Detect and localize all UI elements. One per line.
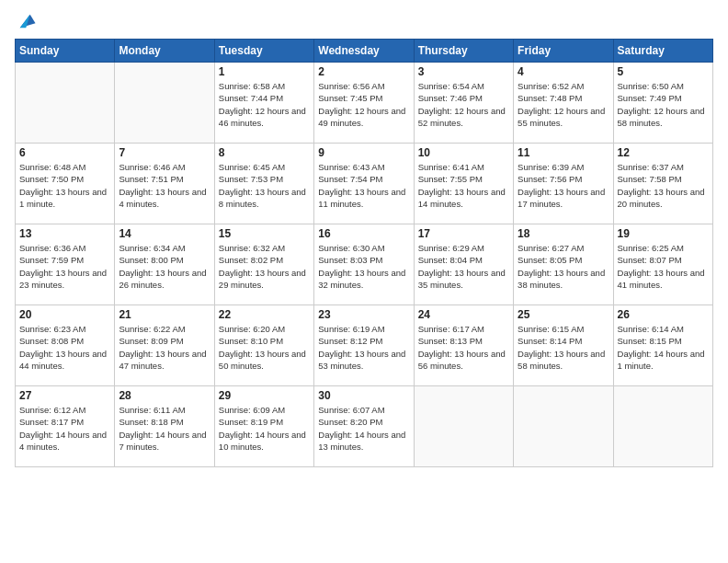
calendar-day-cell: 13Sunrise: 6:36 AM Sunset: 7:59 PM Dayli… — [16, 224, 115, 305]
calendar-week-row: 6Sunrise: 6:48 AM Sunset: 7:50 PM Daylig… — [16, 144, 713, 224]
day-number: 23 — [318, 308, 409, 321]
calendar-day-cell: 30Sunrise: 6:07 AM Sunset: 8:20 PM Dayli… — [314, 386, 414, 467]
day-number: 24 — [418, 308, 509, 321]
calendar-week-row: 20Sunrise: 6:23 AM Sunset: 8:08 PM Dayli… — [16, 305, 713, 386]
day-info: Sunrise: 6:30 AM Sunset: 8:03 PM Dayligh… — [318, 242, 409, 291]
day-info: Sunrise: 6:15 AM Sunset: 8:14 PM Dayligh… — [518, 323, 609, 372]
day-info: Sunrise: 6:19 AM Sunset: 8:12 PM Dayligh… — [318, 323, 409, 372]
weekday-header: Thursday — [414, 40, 513, 63]
calendar-day-cell: 17Sunrise: 6:29 AM Sunset: 8:04 PM Dayli… — [414, 224, 513, 305]
weekday-header: Monday — [115, 40, 214, 63]
day-number: 9 — [318, 146, 409, 159]
calendar-day-cell — [613, 386, 712, 467]
day-number: 10 — [418, 146, 509, 159]
calendar-day-cell: 11Sunrise: 6:39 AM Sunset: 7:56 PM Dayli… — [514, 144, 613, 224]
calendar-day-cell: 24Sunrise: 6:17 AM Sunset: 8:13 PM Dayli… — [414, 305, 513, 386]
calendar-day-cell: 29Sunrise: 6:09 AM Sunset: 8:19 PM Dayli… — [214, 386, 313, 467]
day-info: Sunrise: 6:27 AM Sunset: 8:05 PM Dayligh… — [518, 242, 609, 291]
day-number: 28 — [119, 389, 210, 402]
day-number: 13 — [19, 227, 110, 240]
day-info: Sunrise: 6:54 AM Sunset: 7:46 PM Dayligh… — [418, 80, 509, 129]
day-info: Sunrise: 6:45 AM Sunset: 7:53 PM Dayligh… — [219, 161, 310, 210]
calendar-day-cell: 16Sunrise: 6:30 AM Sunset: 8:03 PM Dayli… — [314, 224, 414, 305]
calendar-day-cell: 26Sunrise: 6:14 AM Sunset: 8:15 PM Dayli… — [613, 305, 712, 386]
calendar-day-cell — [16, 63, 115, 144]
calendar-day-cell: 15Sunrise: 6:32 AM Sunset: 8:02 PM Dayli… — [214, 224, 313, 305]
calendar-day-cell — [514, 386, 613, 467]
day-number: 8 — [219, 146, 310, 159]
day-info: Sunrise: 6:29 AM Sunset: 8:04 PM Dayligh… — [418, 242, 509, 291]
calendar-week-row: 1Sunrise: 6:58 AM Sunset: 7:44 PM Daylig… — [16, 63, 713, 144]
day-number: 21 — [119, 308, 210, 321]
day-info: Sunrise: 6:25 AM Sunset: 8:07 PM Dayligh… — [618, 242, 709, 291]
calendar-container: SundayMondayTuesdayWednesdayThursdayFrid… — [0, 0, 728, 563]
day-number: 3 — [418, 65, 509, 78]
calendar-day-cell: 1Sunrise: 6:58 AM Sunset: 7:44 PM Daylig… — [214, 63, 313, 144]
weekday-header: Wednesday — [314, 40, 414, 63]
calendar-table: SundayMondayTuesdayWednesdayThursdayFrid… — [15, 39, 713, 467]
day-number: 19 — [618, 227, 709, 240]
calendar-day-cell: 22Sunrise: 6:20 AM Sunset: 8:10 PM Dayli… — [214, 305, 313, 386]
calendar-day-cell: 6Sunrise: 6:48 AM Sunset: 7:50 PM Daylig… — [16, 144, 115, 224]
day-number: 11 — [518, 146, 609, 159]
day-number: 29 — [219, 389, 310, 402]
day-info: Sunrise: 6:52 AM Sunset: 7:48 PM Dayligh… — [518, 80, 609, 129]
day-number: 1 — [219, 65, 310, 78]
calendar-day-cell: 5Sunrise: 6:50 AM Sunset: 7:49 PM Daylig… — [613, 63, 712, 144]
day-info: Sunrise: 6:11 AM Sunset: 8:18 PM Dayligh… — [119, 404, 210, 453]
day-number: 2 — [318, 65, 409, 78]
calendar-body: 1Sunrise: 6:58 AM Sunset: 7:44 PM Daylig… — [16, 63, 713, 467]
day-number: 4 — [518, 65, 609, 78]
calendar-day-cell: 8Sunrise: 6:45 AM Sunset: 7:53 PM Daylig… — [214, 144, 313, 224]
day-info: Sunrise: 6:50 AM Sunset: 7:49 PM Dayligh… — [618, 80, 709, 129]
day-number: 27 — [19, 389, 110, 402]
day-number: 30 — [318, 389, 409, 402]
calendar-day-cell: 25Sunrise: 6:15 AM Sunset: 8:14 PM Dayli… — [514, 305, 613, 386]
day-info: Sunrise: 6:41 AM Sunset: 7:55 PM Dayligh… — [418, 161, 509, 210]
day-info: Sunrise: 6:23 AM Sunset: 8:08 PM Dayligh… — [19, 323, 110, 372]
day-info: Sunrise: 6:48 AM Sunset: 7:50 PM Dayligh… — [19, 161, 110, 210]
calendar-week-row: 27Sunrise: 6:12 AM Sunset: 8:17 PM Dayli… — [16, 386, 713, 467]
calendar-day-cell: 3Sunrise: 6:54 AM Sunset: 7:46 PM Daylig… — [414, 63, 513, 144]
calendar-header-row: SundayMondayTuesdayWednesdayThursdayFrid… — [16, 40, 713, 63]
calendar-day-cell: 23Sunrise: 6:19 AM Sunset: 8:12 PM Dayli… — [314, 305, 414, 386]
calendar-day-cell: 2Sunrise: 6:56 AM Sunset: 7:45 PM Daylig… — [314, 63, 414, 144]
day-info: Sunrise: 6:36 AM Sunset: 7:59 PM Dayligh… — [19, 242, 110, 291]
day-info: Sunrise: 6:39 AM Sunset: 7:56 PM Dayligh… — [518, 161, 609, 210]
logo — [15, 11, 37, 31]
weekday-header: Tuesday — [214, 40, 313, 63]
day-number: 12 — [618, 146, 709, 159]
day-number: 20 — [19, 308, 110, 321]
calendar-day-cell: 12Sunrise: 6:37 AM Sunset: 7:58 PM Dayli… — [613, 144, 712, 224]
day-number: 7 — [119, 146, 210, 159]
day-info: Sunrise: 6:56 AM Sunset: 7:45 PM Dayligh… — [318, 80, 409, 129]
calendar-day-cell: 9Sunrise: 6:43 AM Sunset: 7:54 PM Daylig… — [314, 144, 414, 224]
day-number: 15 — [219, 227, 310, 240]
day-info: Sunrise: 6:22 AM Sunset: 8:09 PM Dayligh… — [119, 323, 210, 372]
weekday-header: Friday — [514, 40, 613, 63]
calendar-day-cell: 7Sunrise: 6:46 AM Sunset: 7:51 PM Daylig… — [115, 144, 214, 224]
day-info: Sunrise: 6:37 AM Sunset: 7:58 PM Dayligh… — [618, 161, 709, 210]
day-number: 18 — [518, 227, 609, 240]
calendar-day-cell: 18Sunrise: 6:27 AM Sunset: 8:05 PM Dayli… — [514, 224, 613, 305]
day-number: 14 — [119, 227, 210, 240]
day-info: Sunrise: 6:14 AM Sunset: 8:15 PM Dayligh… — [618, 323, 709, 372]
calendar-day-cell: 14Sunrise: 6:34 AM Sunset: 8:00 PM Dayli… — [115, 224, 214, 305]
day-info: Sunrise: 6:07 AM Sunset: 8:20 PM Dayligh… — [318, 404, 409, 453]
calendar-day-cell: 19Sunrise: 6:25 AM Sunset: 8:07 PM Dayli… — [613, 224, 712, 305]
day-info: Sunrise: 6:32 AM Sunset: 8:02 PM Dayligh… — [219, 242, 310, 291]
day-number: 26 — [618, 308, 709, 321]
day-info: Sunrise: 6:43 AM Sunset: 7:54 PM Dayligh… — [318, 161, 409, 210]
calendar-day-cell: 28Sunrise: 6:11 AM Sunset: 8:18 PM Dayli… — [115, 386, 214, 467]
day-info: Sunrise: 6:12 AM Sunset: 8:17 PM Dayligh… — [19, 404, 110, 453]
calendar-day-cell: 27Sunrise: 6:12 AM Sunset: 8:17 PM Dayli… — [16, 386, 115, 467]
weekday-header: Sunday — [16, 40, 115, 63]
header — [15, 11, 713, 31]
logo-icon — [17, 11, 37, 31]
day-info: Sunrise: 6:46 AM Sunset: 7:51 PM Dayligh… — [119, 161, 210, 210]
calendar-day-cell: 20Sunrise: 6:23 AM Sunset: 8:08 PM Dayli… — [16, 305, 115, 386]
calendar-day-cell — [414, 386, 513, 467]
day-info: Sunrise: 6:34 AM Sunset: 8:00 PM Dayligh… — [119, 242, 210, 291]
day-number: 6 — [19, 146, 110, 159]
day-info: Sunrise: 6:20 AM Sunset: 8:10 PM Dayligh… — [219, 323, 310, 372]
